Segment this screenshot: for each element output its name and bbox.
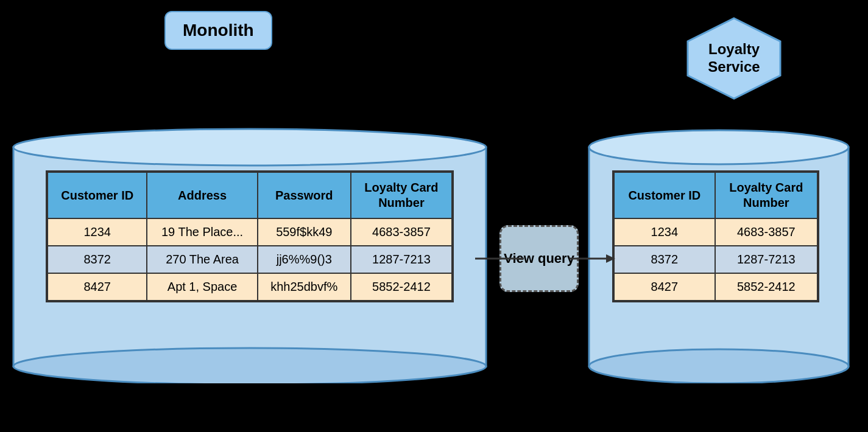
cell-card: 4683-3857: [351, 218, 452, 246]
col-header-loyalty-card: Loyalty CardNumber: [351, 172, 452, 218]
data-flow-arrow: [475, 219, 615, 298]
cell-card: 5852-2412: [715, 273, 817, 301]
svg-marker-9: [606, 254, 615, 263]
cell-cid: 1234: [614, 218, 715, 246]
loyalty-service-label: LoyaltyService: [673, 4, 795, 113]
cell-password: khh25dbvf%: [258, 273, 351, 301]
table-row: 1234 19 The Place... 559f$kk49 4683-3857: [48, 218, 452, 246]
cell-password: jj6%%9()3: [258, 246, 351, 273]
cell-card: 4683-3857: [715, 218, 817, 246]
monolith-table: Customer ID Address Password Loyalty Car…: [46, 170, 454, 302]
cell-address: 270 The Area: [147, 246, 257, 273]
col-header-customer-id: Customer ID: [48, 172, 147, 218]
svg-point-5: [589, 349, 849, 383]
table-row: 8427 5852-2412: [614, 273, 817, 301]
monolith-database: Customer ID Address Password Loyalty Car…: [12, 122, 487, 383]
loyalty-service-text: LoyaltyService: [708, 41, 760, 76]
col-header-address: Address: [147, 172, 257, 218]
cell-address: Apt 1, Space: [147, 273, 257, 301]
svg-point-2: [13, 348, 486, 383]
cell-cid: 1234: [48, 218, 147, 246]
cell-cid: 8372: [48, 246, 147, 273]
table-row: 8372 270 The Area jj6%%9()3 1287-7213: [48, 246, 452, 273]
svg-point-3: [13, 129, 486, 165]
cell-cid: 8372: [614, 246, 715, 273]
cell-card: 1287-7213: [715, 246, 817, 273]
cell-card: 5852-2412: [351, 273, 452, 301]
cell-card: 1287-7213: [351, 246, 452, 273]
col-header-password: Password: [258, 172, 351, 218]
cell-cid: 8427: [48, 273, 147, 301]
loyalty-service-database: Customer ID Loyalty CardNumber 1234 4683…: [588, 122, 850, 383]
loyalty-table: Customer ID Loyalty CardNumber 1234 4683…: [612, 170, 819, 302]
table-row: 8427 Apt 1, Space khh25dbvf% 5852-2412: [48, 273, 452, 301]
svg-point-6: [589, 130, 849, 164]
table-row: 8372 1287-7213: [614, 246, 817, 273]
cell-password: 559f$kk49: [258, 218, 351, 246]
table-row: 1234 4683-3857: [614, 218, 817, 246]
col-header-customer-id-r: Customer ID: [614, 172, 715, 218]
monolith-label: Monolith: [164, 11, 272, 50]
col-header-loyalty-card-r: Loyalty CardNumber: [715, 172, 817, 218]
cell-address: 19 The Place...: [147, 218, 257, 246]
cell-cid: 8427: [614, 273, 715, 301]
